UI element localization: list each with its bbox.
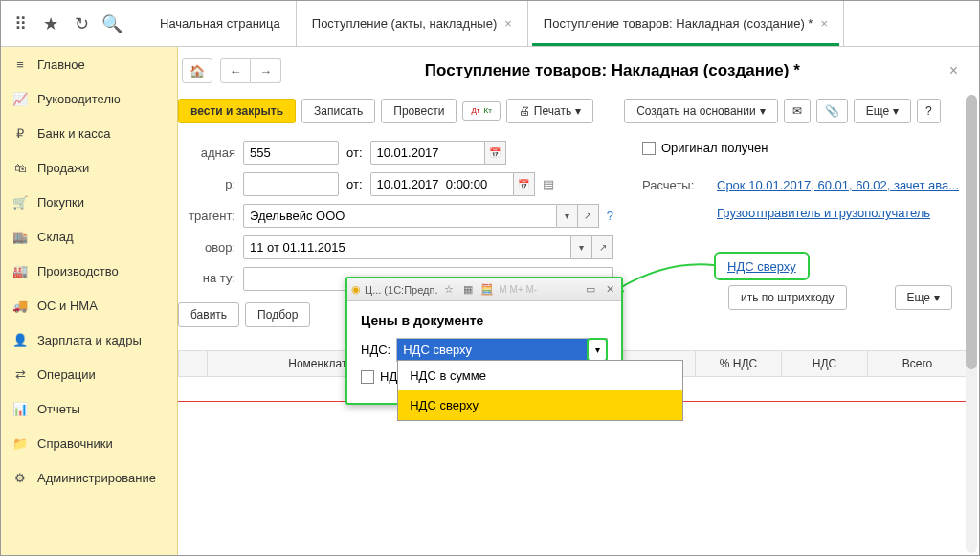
calendar-icon[interactable]: 📅 <box>485 141 506 165</box>
create-based-button[interactable]: Создать на основании ▾ <box>624 99 778 123</box>
chevron-down-icon[interactable]: ▾ <box>571 235 592 259</box>
vat-select-value[interactable] <box>397 339 588 361</box>
post-close-button[interactable]: вести и закрыть <box>178 99 296 123</box>
close-button[interactable]: × <box>944 62 964 79</box>
memory-buttons[interactable]: M M+ M- <box>499 284 537 295</box>
scrollbar[interactable] <box>966 95 977 553</box>
empty-input[interactable] <box>243 172 339 196</box>
vat-option-0[interactable]: НДС в сумме <box>398 361 682 390</box>
vat-select[interactable]: ▾ НДС в сумме НДС сверху <box>396 338 608 362</box>
chart-icon: 📈 <box>12 91 28 106</box>
bag-icon: 🛍 <box>12 160 28 175</box>
sidebar-item-label: Покупки <box>37 195 84 210</box>
apps-icon[interactable]: ⠿ <box>9 12 32 35</box>
vat-option-1[interactable]: НДС сверху <box>398 390 682 420</box>
sidebar-item-label: Операции <box>37 367 96 382</box>
sidebar-item-production[interactable]: 🏭Производство <box>1 254 177 288</box>
date1-input[interactable] <box>370 141 485 165</box>
contract-label: овор: <box>178 240 235 255</box>
sidebar-item-warehouse[interactable]: 🏬Склад <box>1 219 177 254</box>
sidebar-item-label: Продажи <box>37 161 89 175</box>
envelope-button[interactable]: ✉ <box>784 99 811 123</box>
sidebar-item-manager[interactable]: 📈Руководителю <box>1 81 177 116</box>
popup-titlebar[interactable]: ◉ Ц... (1С:Предп. ☆ ▦ 🧮 M M+ M- ▭ ✕ <box>347 278 621 301</box>
content: 🏠 ←→ Поступление товаров: Накладная (соз… <box>178 47 979 555</box>
shipper-link[interactable]: Грузоотправитель и грузополучатель <box>717 206 930 220</box>
folder-icon: 📁 <box>12 435 28 451</box>
more-button[interactable]: Еще ▾ <box>854 99 911 123</box>
contract-input[interactable] <box>243 235 571 259</box>
sidebar-item-reports[interactable]: 📊Отчеты <box>1 391 177 426</box>
sidebar-item-bank[interactable]: ₽Банк и касса <box>1 116 177 150</box>
calc-link[interactable]: Срок 10.01.2017, 60.01, 60.02, зачет ава… <box>717 178 959 192</box>
forward-button[interactable]: → <box>251 58 281 83</box>
sidebar-item-salary[interactable]: 👤Зарплата и кадры <box>1 322 177 357</box>
doc-icon[interactable]: ▤ <box>543 177 554 191</box>
th-vat: НДС <box>782 351 868 376</box>
vat-select-label: НДС: <box>361 343 390 357</box>
calendar-icon[interactable]: 📅 <box>514 172 535 196</box>
tab-current[interactable]: Поступление товаров: Накладная (создание… <box>528 1 844 46</box>
close-icon[interactable]: ✕ <box>602 282 617 298</box>
clip-button[interactable]: 📎 <box>816 99 848 123</box>
sidebar: ≡Главное 📈Руководителю ₽Банк и касса 🛍Пр… <box>1 47 178 555</box>
sidebar-item-operations[interactable]: ⇄Операции <box>1 357 177 391</box>
tab-receipts[interactable]: Поступление (акты, накладные)× <box>297 1 528 46</box>
history-icon[interactable]: ↻ <box>70 12 93 35</box>
vat-dropdown: НДС в сумме НДС сверху <box>397 360 683 421</box>
chevron-down-icon[interactable]: ▾ <box>587 338 608 362</box>
grid-icon[interactable]: ▦ <box>460 282 476 298</box>
warehouse-icon: 🏬 <box>12 229 28 244</box>
sidebar-item-label: Отчеты <box>37 402 80 416</box>
open-icon[interactable]: ↗ <box>592 235 613 259</box>
from-label: от: <box>346 145 363 160</box>
search-icon[interactable]: 🔍 <box>100 12 123 35</box>
nd-checkbox[interactable] <box>361 370 374 384</box>
dtkt-button[interactable]: ДтКт <box>462 101 500 121</box>
sidebar-item-label: Справочники <box>37 436 113 451</box>
gear-icon: ⚙ <box>12 470 28 485</box>
document-toolbar: вести и закрыть Записать Провести ДтКт 🖨… <box>178 95 968 137</box>
add-button[interactable]: бавить <box>178 302 239 327</box>
select-button[interactable]: Подбор <box>245 302 310 327</box>
more-goods-button[interactable]: Еще ▾ <box>895 285 952 310</box>
save-button[interactable]: Записать <box>301 99 375 123</box>
number-input[interactable] <box>243 141 339 165</box>
barcode-button[interactable]: ить по штрихкоду <box>728 285 847 310</box>
contragent-input[interactable] <box>243 204 557 228</box>
account-label: на ту: <box>178 272 235 285</box>
sidebar-item-main[interactable]: ≡Главное <box>1 47 177 81</box>
close-icon[interactable]: × <box>813 16 828 31</box>
tab-start[interactable]: Начальная страница <box>145 1 297 46</box>
from-label2: от: <box>346 177 363 191</box>
back-button[interactable]: ← <box>220 58 251 83</box>
sidebar-item-catalogs[interactable]: 📁Справочники <box>1 426 177 460</box>
close-icon[interactable]: × <box>497 16 512 31</box>
page-title: Поступление товаров: Накладная (создание… <box>289 61 936 80</box>
prices-popup: ◉ Ц... (1С:Предп. ☆ ▦ 🧮 M M+ M- ▭ ✕ Цены… <box>345 277 623 405</box>
report-icon: 📊 <box>12 401 28 416</box>
open-icon[interactable]: ↗ <box>578 204 599 228</box>
sidebar-item-label: Банк и касса <box>37 126 111 141</box>
tabs: Начальная страница Поступление (акты, на… <box>145 1 979 46</box>
help-button[interactable]: ? <box>917 99 941 123</box>
menu-icon: ≡ <box>12 56 28 72</box>
post-button[interactable]: Провести <box>381 99 457 123</box>
vat-link[interactable]: НДС сверху <box>727 259 796 274</box>
minimize-icon[interactable]: ▭ <box>583 282 598 298</box>
help-icon[interactable]: ? <box>607 209 613 223</box>
star-icon[interactable]: ★ <box>39 12 62 35</box>
chevron-down-icon[interactable]: ▾ <box>557 204 578 228</box>
sidebar-item-sales[interactable]: 🛍Продажи <box>1 150 177 185</box>
sidebar-item-purchases[interactable]: 🛒Покупки <box>1 185 177 219</box>
sidebar-item-assets[interactable]: 🚚ОС и НМА <box>1 288 177 322</box>
home-button[interactable]: 🏠 <box>182 58 212 83</box>
calc-icon[interactable]: 🧮 <box>479 282 495 298</box>
original-checkbox[interactable] <box>642 142 656 155</box>
star-icon[interactable]: ☆ <box>441 282 457 298</box>
sidebar-item-admin[interactable]: ⚙Администрирование <box>1 460 177 495</box>
print-button[interactable]: 🖨 Печать ▾ <box>506 99 593 123</box>
original-label: Оригинал получен <box>661 141 768 155</box>
date2-input[interactable] <box>370 172 514 196</box>
top-icons: ⠿ ★ ↻ 🔍 <box>1 1 145 46</box>
